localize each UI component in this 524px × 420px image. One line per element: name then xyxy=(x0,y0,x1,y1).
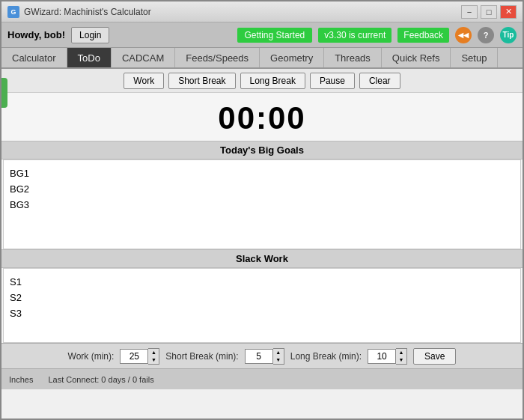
big-goal-2: BG2 xyxy=(10,182,514,198)
short-break-spinner[interactable]: ▲ ▼ xyxy=(245,348,284,365)
short-break-spin-buttons: ▲ ▼ xyxy=(273,348,284,365)
big-goals-header: Today's Big Goals xyxy=(1,141,523,159)
slack-work-header: Slack Work xyxy=(1,249,523,268)
short-break-min-label: Short Break (min): xyxy=(165,351,238,362)
nav-cadcam[interactable]: CADCAM xyxy=(112,48,175,67)
top-bar: Howdy, bob! Login Getting Started v3.30 … xyxy=(1,22,523,48)
slack-item-2: S2 xyxy=(10,290,514,306)
slack-work-area[interactable]: S1 S2 S3 xyxy=(3,268,521,343)
save-button[interactable]: Save xyxy=(413,348,456,365)
nav-bar: Calculator ToDo CADCAM Feeds/Speeds Geom… xyxy=(1,48,523,69)
settings-bar: Work (min): ▲ ▼ Short Break (min): ▲ ▼ L… xyxy=(1,343,523,368)
connect-label: Last Connect: 0 days / 0 fails xyxy=(48,375,153,384)
slack-item-3: S3 xyxy=(10,306,514,322)
version-badge: v3.30 is current xyxy=(318,28,392,43)
nav-todo[interactable]: ToDo xyxy=(67,48,112,67)
work-min-label: Work (min): xyxy=(68,351,115,362)
login-button[interactable]: Login xyxy=(71,27,109,43)
info-bar: Inches Last Connect: 0 days / 0 fails xyxy=(1,368,523,389)
close-button[interactable]: ✕ xyxy=(500,5,517,19)
short-break-button[interactable]: Short Break xyxy=(168,73,235,89)
work-button[interactable]: Work xyxy=(124,73,164,89)
nav-quickrefs[interactable]: Quick Refs xyxy=(382,48,451,67)
nav-feedsspeeds[interactable]: Feeds/Speeds xyxy=(175,48,260,67)
big-goal-3: BG3 xyxy=(10,198,514,213)
slack-item-1: S1 xyxy=(10,275,514,290)
getting-started-button[interactable]: Getting Started xyxy=(237,28,313,43)
work-min-up[interactable]: ▲ xyxy=(148,349,159,356)
timer-display: 00:00 xyxy=(1,93,523,141)
main-content: 00:00 Today's Big Goals BG1 BG2 BG3 Slac… xyxy=(1,93,523,343)
app-icon: G xyxy=(7,6,19,18)
short-break-down[interactable]: ▼ xyxy=(273,356,284,364)
nav-calculator[interactable]: Calculator xyxy=(1,48,67,67)
feedback-button[interactable]: Feedback xyxy=(397,28,449,43)
units-label: Inches xyxy=(9,375,33,384)
timer-toolbar: Work Short Break Long Break Pause Clear xyxy=(1,69,523,93)
window-title: GWizard: Machinist's Calculator xyxy=(24,7,461,17)
long-break-input[interactable] xyxy=(368,349,396,364)
work-min-down[interactable]: ▼ xyxy=(148,356,159,364)
minimize-button[interactable]: − xyxy=(461,5,478,19)
short-break-up[interactable]: ▲ xyxy=(273,349,284,356)
work-min-input[interactable] xyxy=(120,349,148,364)
big-goals-area[interactable]: BG1 BG2 BG3 xyxy=(3,159,521,249)
nav-threads[interactable]: Threads xyxy=(324,48,382,67)
long-break-spinner[interactable]: ▲ ▼ xyxy=(368,348,407,365)
long-break-min-label: Long Break (min): xyxy=(290,351,362,362)
nav-setup[interactable]: Setup xyxy=(451,48,498,67)
left-accent xyxy=(1,78,7,108)
nav-geometry[interactable]: Geometry xyxy=(260,48,324,67)
long-break-button[interactable]: Long Break xyxy=(240,73,305,89)
long-break-down[interactable]: ▼ xyxy=(396,356,406,364)
rewind-icon[interactable]: ◀◀ xyxy=(455,27,472,43)
tip-icon[interactable]: Tip xyxy=(500,27,517,43)
pause-button[interactable]: Pause xyxy=(310,73,355,89)
work-min-spinner[interactable]: ▲ ▼ xyxy=(120,348,159,365)
long-break-spin-buttons: ▲ ▼ xyxy=(396,348,407,365)
help-icon[interactable]: ? xyxy=(478,27,494,43)
short-break-input[interactable] xyxy=(245,349,273,364)
greeting-text: Howdy, bob! xyxy=(7,29,65,40)
clear-button[interactable]: Clear xyxy=(359,73,400,89)
title-bar: G GWizard: Machinist's Calculator − □ ✕ xyxy=(1,1,523,22)
big-goal-1: BG1 xyxy=(10,166,514,182)
window-controls: − □ ✕ xyxy=(461,5,517,19)
work-min-spin-buttons: ▲ ▼ xyxy=(148,348,159,365)
maximize-button[interactable]: □ xyxy=(481,5,497,19)
long-break-up[interactable]: ▲ xyxy=(396,349,406,356)
